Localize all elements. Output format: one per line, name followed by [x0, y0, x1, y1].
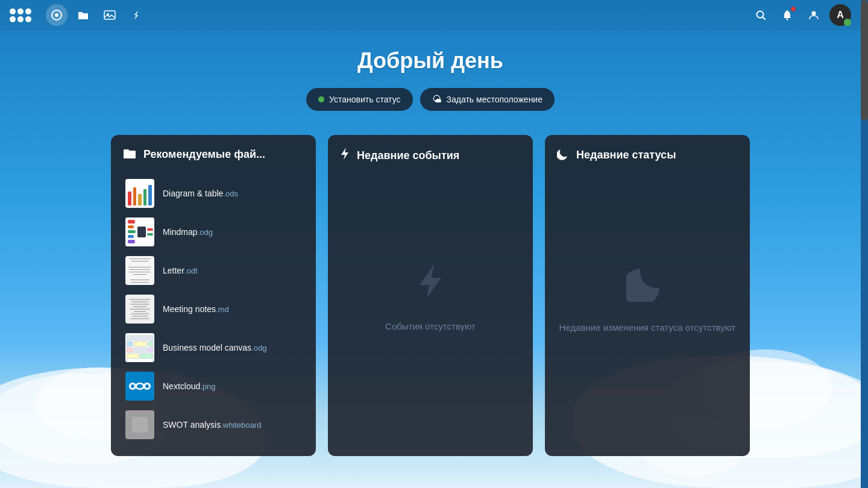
file-thumb-notes	[125, 295, 154, 324]
svg-rect-16	[147, 228, 153, 231]
svg-rect-11	[128, 225, 134, 228]
file-thumb-letter	[125, 256, 154, 285]
file-thumb-canvas	[125, 333, 154, 362]
recent-events-empty: События отсутствуют	[340, 176, 521, 417]
svg-point-1	[55, 13, 58, 17]
file-name-diagram: Diagram & table.ods	[163, 189, 238, 198]
svg-rect-26	[127, 348, 133, 352]
svg-rect-28	[148, 348, 153, 352]
set-location-button[interactable]: 🌤 Задать местоположение	[420, 88, 555, 111]
nav-dashboard[interactable]	[46, 4, 68, 26]
svg-rect-20	[134, 336, 140, 340]
nav-activity[interactable]	[125, 4, 147, 26]
recent-statuses-card: Недавние статусы Недавние изменения стат…	[545, 135, 750, 456]
svg-rect-30	[140, 354, 153, 358]
recent-statuses-title: Недавние статусы	[576, 149, 676, 161]
file-item-letter[interactable]: Letter.odt	[123, 251, 304, 290]
svg-marker-43	[341, 148, 348, 160]
action-buttons: Установить статус 🌤 Задать местоположени…	[306, 88, 555, 111]
svg-rect-14	[128, 240, 135, 243]
navbar-right: A	[750, 4, 851, 26]
svg-rect-12	[128, 230, 136, 233]
avatar-initials: A	[837, 10, 844, 20]
file-name-canvas: Business model canvas.odg	[163, 343, 266, 352]
search-button[interactable]	[750, 4, 772, 26]
svg-rect-42	[140, 425, 148, 433]
recommended-files-header: Рекомендуемые фай...	[123, 147, 304, 162]
svg-marker-44	[420, 264, 441, 298]
contacts-button[interactable]	[803, 4, 825, 26]
lightning-icon	[340, 147, 350, 164]
svg-marker-4	[134, 10, 138, 20]
folder-icon	[123, 147, 136, 162]
svg-rect-39	[132, 417, 139, 424]
file-ext-md: .md	[216, 305, 229, 314]
svg-rect-22	[148, 336, 153, 340]
file-ext-odt: .odt	[184, 266, 198, 275]
file-item-diagram[interactable]: Diagram & table.ods	[123, 174, 304, 213]
svg-rect-13	[128, 235, 134, 238]
file-name-letter: Letter.odt	[163, 266, 198, 275]
file-ext-png: .png	[200, 382, 215, 391]
nav-icons	[46, 4, 147, 26]
avatar[interactable]: A	[829, 4, 851, 26]
cards-row: Рекомендуемые фай... Diagram & table.ods	[111, 135, 750, 456]
moon-icon	[557, 147, 569, 163]
svg-rect-25	[148, 342, 153, 346]
file-item-business-canvas[interactable]: Business model canvas.odg	[123, 328, 304, 367]
empty-lightning-icon	[411, 262, 450, 309]
svg-rect-40	[140, 417, 148, 424]
recent-statuses-header: Недавние статусы	[557, 147, 738, 163]
svg-rect-23	[127, 342, 133, 346]
file-thumb-ods	[125, 179, 154, 208]
recent-events-title: Недавние события	[357, 149, 459, 162]
file-name-swot: SWOT analysis.whiteboard	[163, 420, 261, 430]
file-item-mindmap[interactable]: Mindmap.odg	[123, 213, 304, 251]
nav-photos[interactable]	[99, 4, 121, 26]
navbar: A	[0, 0, 861, 30]
set-status-label: Установить статус	[329, 95, 401, 104]
file-ext-whiteboard: .whiteboard	[221, 421, 261, 430]
svg-rect-21	[141, 336, 147, 340]
recent-statuses-empty: Недавние изменения статуса отсутствуют	[557, 175, 738, 416]
svg-point-8	[812, 11, 816, 16]
svg-rect-41	[132, 425, 139, 433]
file-thumb-mindmap	[125, 217, 154, 246]
scrollbar[interactable]	[861, 0, 868, 488]
recommended-files-card: Рекомендуемые фай... Diagram & table.ods	[111, 135, 316, 456]
recent-events-header: Недавние события	[340, 147, 521, 164]
status-dot-icon	[318, 96, 324, 102]
file-name-nextcloud: Nextcloud.png	[163, 381, 216, 391]
recent-statuses-empty-text: Недавние изменения статуса отсутствуют	[559, 322, 736, 333]
empty-moon-icon	[626, 260, 668, 310]
scrollbar-thumb[interactable]	[861, 0, 868, 120]
file-ext-odg2: .odg	[251, 343, 266, 352]
greeting-text: Добрый день	[357, 48, 503, 74]
file-name-mindmap: Mindmap.odg	[163, 227, 213, 237]
file-name-notes: Meeting notes.md	[163, 304, 229, 314]
svg-rect-29	[127, 354, 139, 358]
file-item-meeting-notes[interactable]: Meeting notes.md	[123, 290, 304, 328]
notification-badge	[791, 7, 796, 11]
svg-line-6	[763, 17, 766, 20]
location-icon: 🌤	[432, 94, 442, 105]
recent-events-empty-text: События отсутствуют	[385, 321, 476, 331]
set-status-button[interactable]: Установить статус	[306, 88, 413, 111]
set-location-label: Задать местоположение	[447, 95, 542, 104]
svg-rect-24	[134, 342, 147, 346]
svg-rect-2	[104, 11, 115, 19]
svg-point-36	[137, 384, 143, 389]
notifications-button[interactable]	[776, 4, 798, 26]
avatar-status-badge	[844, 19, 851, 26]
file-item-nextcloud[interactable]: Nextcloud.png	[123, 367, 304, 405]
svg-rect-10	[128, 220, 135, 224]
svg-rect-19	[127, 336, 133, 340]
svg-point-35	[145, 384, 149, 388]
file-item-swot[interactable]: SWOT analysis.whiteboard	[123, 405, 304, 444]
app-logo[interactable]	[10, 8, 31, 22]
file-thumb-nextcloud	[125, 372, 154, 401]
recommended-files-title: Рекомендуемые фай...	[143, 148, 265, 161]
logo-icon	[10, 8, 31, 22]
recent-events-card: Недавние события События отсутствуют	[328, 135, 533, 456]
nav-files[interactable]	[72, 4, 94, 26]
